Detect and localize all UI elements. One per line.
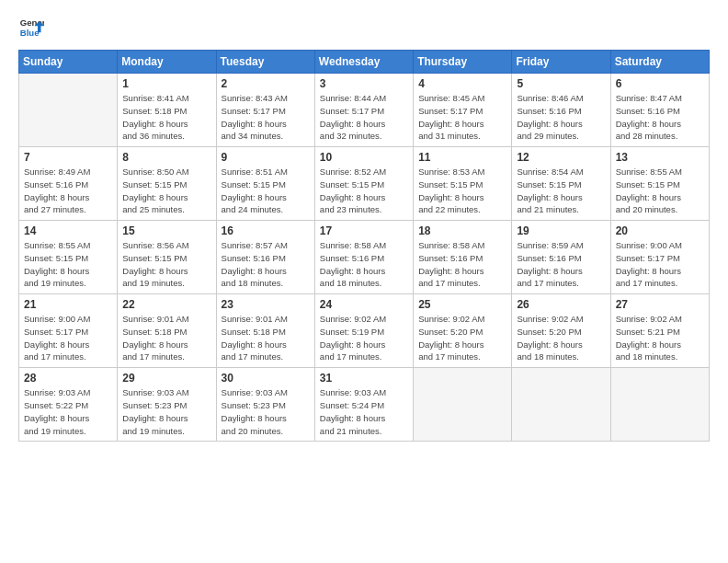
day-info: Sunrise: 8:58 AM Sunset: 5:16 PM Dayligh…	[320, 239, 408, 290]
day-number: 4	[418, 77, 506, 90]
week-row-1: 1Sunrise: 8:41 AM Sunset: 5:18 PM Daylig…	[19, 74, 710, 147]
calendar-cell: 15Sunrise: 8:56 AM Sunset: 5:15 PM Dayli…	[118, 221, 216, 294]
day-number: 23	[222, 298, 310, 311]
calendar-cell: 20Sunrise: 9:00 AM Sunset: 5:17 PM Dayli…	[610, 221, 709, 294]
calendar-cell	[19, 74, 118, 147]
day-number: 20	[616, 224, 704, 237]
calendar-cell	[414, 368, 512, 442]
day-number: 3	[320, 77, 408, 90]
week-row-2: 7Sunrise: 8:49 AM Sunset: 5:16 PM Daylig…	[19, 147, 710, 221]
weekday-header-monday: Monday	[118, 51, 216, 74]
calendar-cell: 7Sunrise: 8:49 AM Sunset: 5:16 PM Daylig…	[19, 147, 118, 221]
day-number: 31	[320, 372, 408, 385]
logo: General Blue	[18, 15, 44, 40]
day-info: Sunrise: 8:57 AM Sunset: 5:16 PM Dayligh…	[222, 239, 310, 290]
day-number: 13	[616, 151, 704, 164]
day-info: Sunrise: 9:02 AM Sunset: 5:21 PM Dayligh…	[616, 313, 704, 363]
calendar-cell: 25Sunrise: 9:02 AM Sunset: 5:20 PM Dayli…	[414, 294, 512, 368]
calendar-cell: 19Sunrise: 8:59 AM Sunset: 5:16 PM Dayli…	[512, 221, 610, 294]
calendar-cell: 18Sunrise: 8:58 AM Sunset: 5:16 PM Dayli…	[414, 221, 512, 294]
day-number: 6	[616, 77, 704, 90]
day-info: Sunrise: 9:00 AM Sunset: 5:17 PM Dayligh…	[616, 239, 704, 290]
day-number: 30	[222, 372, 310, 385]
day-number: 22	[122, 298, 210, 311]
day-info: Sunrise: 8:45 AM Sunset: 5:17 PM Dayligh…	[418, 92, 506, 143]
calendar-cell: 5Sunrise: 8:46 AM Sunset: 5:16 PM Daylig…	[512, 74, 610, 147]
calendar-cell: 4Sunrise: 8:45 AM Sunset: 5:17 PM Daylig…	[414, 74, 512, 147]
logo-icon: General Blue	[18, 15, 44, 40]
day-number: 21	[24, 298, 112, 311]
calendar-cell: 22Sunrise: 9:01 AM Sunset: 5:18 PM Dayli…	[118, 294, 216, 368]
day-info: Sunrise: 8:46 AM Sunset: 5:16 PM Dayligh…	[517, 92, 605, 143]
calendar-cell: 23Sunrise: 9:01 AM Sunset: 5:18 PM Dayli…	[216, 294, 314, 368]
day-number: 12	[517, 151, 605, 164]
calendar-cell: 12Sunrise: 8:54 AM Sunset: 5:15 PM Dayli…	[512, 147, 610, 221]
calendar-cell: 8Sunrise: 8:50 AM Sunset: 5:15 PM Daylig…	[118, 147, 216, 221]
day-number: 27	[616, 298, 704, 311]
day-number: 14	[24, 224, 112, 237]
day-number: 15	[122, 224, 210, 237]
calendar-cell: 26Sunrise: 9:02 AM Sunset: 5:20 PM Dayli…	[512, 294, 610, 368]
day-info: Sunrise: 8:59 AM Sunset: 5:16 PM Dayligh…	[517, 239, 605, 290]
weekday-header-tuesday: Tuesday	[216, 51, 314, 74]
calendar-cell: 11Sunrise: 8:53 AM Sunset: 5:15 PM Dayli…	[414, 147, 512, 221]
day-info: Sunrise: 9:03 AM Sunset: 5:22 PM Dayligh…	[24, 386, 112, 437]
week-row-5: 28Sunrise: 9:03 AM Sunset: 5:22 PM Dayli…	[19, 368, 710, 442]
day-number: 9	[222, 151, 310, 164]
weekday-header-friday: Friday	[512, 51, 610, 74]
weekday-header-wednesday: Wednesday	[314, 51, 413, 74]
week-row-3: 14Sunrise: 8:55 AM Sunset: 5:15 PM Dayli…	[19, 221, 710, 294]
day-info: Sunrise: 8:56 AM Sunset: 5:15 PM Dayligh…	[122, 239, 210, 290]
day-info: Sunrise: 9:01 AM Sunset: 5:18 PM Dayligh…	[222, 313, 310, 363]
day-info: Sunrise: 8:52 AM Sunset: 5:15 PM Dayligh…	[320, 166, 408, 216]
calendar-cell: 30Sunrise: 9:03 AM Sunset: 5:23 PM Dayli…	[216, 368, 314, 442]
calendar-cell	[512, 368, 610, 442]
day-info: Sunrise: 8:44 AM Sunset: 5:17 PM Dayligh…	[320, 92, 408, 143]
day-number: 18	[418, 224, 506, 237]
calendar-cell: 27Sunrise: 9:02 AM Sunset: 5:21 PM Dayli…	[610, 294, 709, 368]
calendar-cell: 21Sunrise: 9:00 AM Sunset: 5:17 PM Dayli…	[19, 294, 118, 368]
day-number: 17	[320, 224, 408, 237]
svg-text:Blue: Blue	[20, 28, 40, 38]
day-number: 26	[517, 298, 605, 311]
day-info: Sunrise: 8:41 AM Sunset: 5:18 PM Dayligh…	[122, 92, 210, 143]
day-info: Sunrise: 8:55 AM Sunset: 5:15 PM Dayligh…	[24, 239, 112, 290]
calendar-cell: 1Sunrise: 8:41 AM Sunset: 5:18 PM Daylig…	[118, 74, 216, 147]
day-info: Sunrise: 9:03 AM Sunset: 5:24 PM Dayligh…	[320, 386, 408, 437]
calendar-cell: 16Sunrise: 8:57 AM Sunset: 5:16 PM Dayli…	[216, 221, 314, 294]
day-info: Sunrise: 9:02 AM Sunset: 5:20 PM Dayligh…	[517, 313, 605, 363]
day-number: 28	[24, 372, 112, 385]
calendar-cell: 14Sunrise: 8:55 AM Sunset: 5:15 PM Dayli…	[19, 221, 118, 294]
day-number: 2	[222, 77, 310, 90]
day-info: Sunrise: 9:03 AM Sunset: 5:23 PM Dayligh…	[222, 386, 310, 437]
day-number: 16	[222, 224, 310, 237]
header: General Blue	[18, 15, 710, 40]
weekday-header-saturday: Saturday	[610, 51, 709, 74]
day-info: Sunrise: 9:02 AM Sunset: 5:20 PM Dayligh…	[418, 313, 506, 363]
day-info: Sunrise: 9:01 AM Sunset: 5:18 PM Dayligh…	[122, 313, 210, 363]
weekday-header-thursday: Thursday	[414, 51, 512, 74]
day-number: 24	[320, 298, 408, 311]
calendar-cell: 29Sunrise: 9:03 AM Sunset: 5:23 PM Dayli…	[118, 368, 216, 442]
calendar-cell: 24Sunrise: 9:02 AM Sunset: 5:19 PM Dayli…	[314, 294, 413, 368]
day-info: Sunrise: 8:49 AM Sunset: 5:16 PM Dayligh…	[24, 166, 112, 216]
calendar-cell: 17Sunrise: 8:58 AM Sunset: 5:16 PM Dayli…	[314, 221, 413, 294]
calendar: SundayMondayTuesdayWednesdayThursdayFrid…	[18, 50, 710, 442]
day-info: Sunrise: 8:58 AM Sunset: 5:16 PM Dayligh…	[418, 239, 506, 290]
day-number: 1	[122, 77, 210, 90]
weekday-header-row: SundayMondayTuesdayWednesdayThursdayFrid…	[19, 51, 710, 74]
day-info: Sunrise: 8:54 AM Sunset: 5:15 PM Dayligh…	[517, 166, 605, 216]
calendar-cell: 3Sunrise: 8:44 AM Sunset: 5:17 PM Daylig…	[314, 74, 413, 147]
day-number: 19	[517, 224, 605, 237]
day-number: 11	[418, 151, 506, 164]
day-info: Sunrise: 9:03 AM Sunset: 5:23 PM Dayligh…	[122, 386, 210, 437]
day-number: 5	[517, 77, 605, 90]
calendar-cell	[610, 368, 709, 442]
calendar-cell: 9Sunrise: 8:51 AM Sunset: 5:15 PM Daylig…	[216, 147, 314, 221]
day-number: 7	[24, 151, 112, 164]
day-info: Sunrise: 8:50 AM Sunset: 5:15 PM Dayligh…	[122, 166, 210, 216]
day-info: Sunrise: 8:47 AM Sunset: 5:16 PM Dayligh…	[616, 92, 704, 143]
calendar-cell: 6Sunrise: 8:47 AM Sunset: 5:16 PM Daylig…	[610, 74, 709, 147]
calendar-cell: 31Sunrise: 9:03 AM Sunset: 5:24 PM Dayli…	[314, 368, 413, 442]
day-info: Sunrise: 8:43 AM Sunset: 5:17 PM Dayligh…	[222, 92, 310, 143]
